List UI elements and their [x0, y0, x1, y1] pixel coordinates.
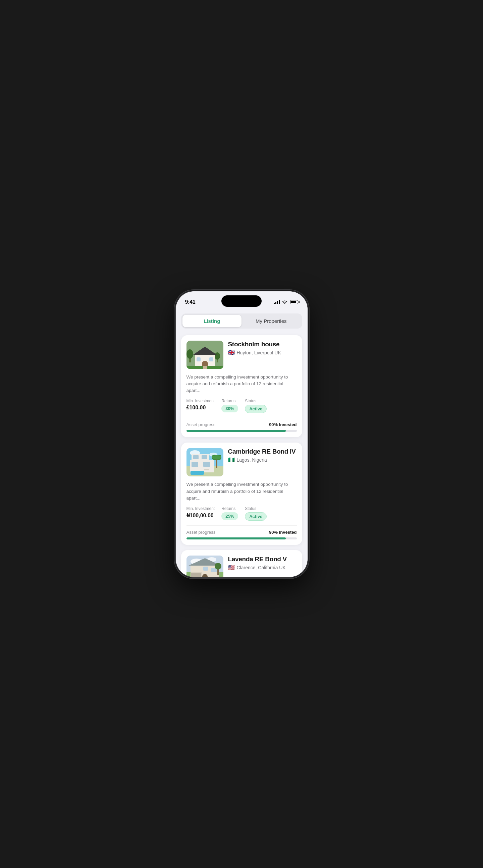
metrics-row-cambridge: Min. Investment ₦100,00.00 Returns 25% S… — [186, 506, 297, 521]
dynamic-island — [221, 296, 262, 307]
tab-my-properties[interactable]: My Properties — [241, 315, 301, 327]
property-name-lavenda: Lavenda RE Bond V — [228, 556, 297, 563]
flag-nigeria: 🇳🇬 — [228, 457, 235, 463]
svg-rect-11 — [203, 366, 207, 369]
svg-rect-26 — [190, 471, 204, 475]
battery-icon — [290, 300, 298, 304]
property-card-cambridge[interactable]: Cambridge RE Bond IV 🇳🇬 Lagos, Nigeria W… — [181, 442, 302, 545]
property-image-lavenda — [186, 556, 223, 577]
returns-label-cambridge: Returns — [221, 506, 238, 511]
property-location-stockholm: 🇬🇧 Huyton, Liverpool UK — [228, 350, 297, 355]
progress-section-stockholm: Asset progress 90% Invested — [186, 418, 297, 432]
tab-bar: Listing My Properties — [181, 313, 302, 329]
wifi-icon — [282, 300, 288, 304]
svg-point-4 — [215, 352, 220, 360]
progress-section-cambridge: Asset progress 90% Invested — [186, 525, 297, 539]
svg-rect-39 — [203, 567, 208, 570]
progress-value-stockholm: 90% Invested — [269, 422, 297, 427]
svg-rect-27 — [204, 469, 209, 470]
property-location-cambridge: 🇳🇬 Lagos, Nigeria — [228, 457, 297, 463]
property-image-cambridge — [186, 448, 223, 476]
property-card-stockholm[interactable]: Stockholm house 🇬🇧 Huyton, Liverpool UK … — [181, 335, 302, 437]
svg-rect-25 — [203, 462, 210, 467]
returns-label-stockholm: Returns — [221, 399, 238, 403]
min-investment-label-cambridge: Min. Investment — [186, 506, 215, 511]
property-description-cambridge: We present a compelling investment oppor… — [186, 481, 297, 501]
progress-label-cambridge: Asset progress — [186, 530, 216, 535]
status-label-stockholm: Status — [245, 399, 267, 403]
phone-frame: 9:41 — [176, 291, 308, 577]
property-description-stockholm: We present a compelling investment oppor… — [186, 374, 297, 394]
progress-bar-fill-stockholm — [186, 430, 286, 432]
property-image-stockholm — [186, 341, 223, 369]
flag-uk: 🇬🇧 — [228, 350, 235, 355]
svg-point-42 — [215, 563, 221, 569]
svg-point-19 — [212, 455, 221, 459]
metrics-row-stockholm: Min. Investment £100.00 Returns 30% Stat… — [186, 399, 297, 413]
min-investment-label-stockholm: Min. Investment — [186, 399, 215, 403]
status-time: 9:41 — [185, 299, 195, 305]
progress-bar-fill-cambridge — [186, 537, 286, 539]
min-investment-value-cambridge: ₦100,00.00 — [186, 512, 215, 519]
svg-point-2 — [186, 349, 193, 359]
svg-rect-8 — [197, 358, 201, 362]
returns-badge-cambridge: 25% — [221, 512, 238, 520]
status-badge-cambridge: Active — [245, 512, 267, 521]
progress-label-stockholm: Asset progress — [186, 422, 216, 427]
tab-listing[interactable]: Listing — [182, 315, 242, 327]
signal-icon — [274, 300, 280, 304]
status-label-cambridge: Status — [245, 506, 267, 511]
svg-rect-24 — [191, 462, 198, 467]
flag-us: 🇺🇸 — [228, 565, 235, 570]
phone-screen: 9:41 — [176, 291, 308, 577]
status-badge-stockholm: Active — [245, 405, 267, 413]
progress-value-cambridge: 90% Invested — [269, 530, 297, 535]
returns-badge-stockholm: 30% — [221, 405, 238, 412]
progress-bar-bg-cambridge — [186, 537, 297, 539]
property-name-stockholm: Stockholm house — [228, 341, 297, 348]
main-content[interactable]: Listing My Properties — [176, 308, 308, 577]
status-icons — [274, 300, 298, 304]
property-card-lavenda[interactable]: Lavenda RE Bond V 🇺🇸 Clarence, Californi… — [181, 550, 302, 577]
svg-rect-40 — [211, 568, 217, 572]
property-location-lavenda: 🇺🇸 Clarence, California UK — [228, 565, 297, 570]
progress-bar-bg-stockholm — [186, 430, 297, 432]
svg-rect-23 — [202, 455, 207, 459]
property-name-cambridge: Cambridge RE Bond IV — [228, 448, 297, 455]
min-investment-value-stockholm: £100.00 — [186, 405, 215, 411]
svg-rect-9 — [209, 358, 213, 362]
svg-rect-22 — [193, 455, 199, 459]
